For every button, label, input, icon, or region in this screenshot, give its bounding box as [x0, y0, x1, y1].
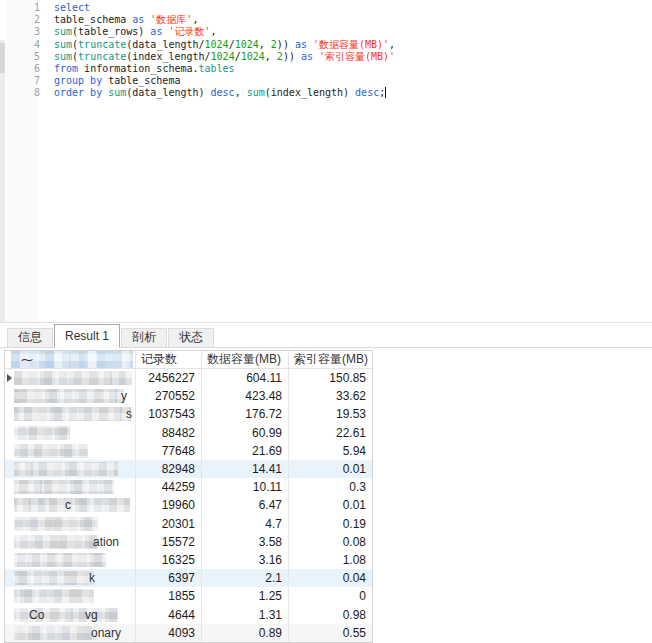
cell-records[interactable]: 1855	[136, 587, 202, 605]
tab-profile[interactable]: 剖析	[121, 328, 167, 347]
cell-index_mb[interactable]: 0	[289, 587, 372, 605]
table-row[interactable]: ation155723.580.08	[5, 533, 372, 551]
censored-fragment: onary	[91, 626, 121, 640]
censored-fragment: c	[65, 498, 71, 512]
code-text: table_schema as '数据库',	[54, 14, 198, 26]
cell-database-name[interactable]: ation	[5, 533, 136, 551]
grid-header-cell-database[interactable]: ⁓	[5, 351, 136, 368]
cell-records[interactable]: 270552	[136, 387, 202, 405]
table-row[interactable]: Covg46441.310.98	[5, 605, 372, 623]
cell-records[interactable]: 15572	[136, 533, 202, 551]
cell-database-name[interactable]	[5, 442, 136, 460]
cell-records[interactable]: 2456227	[136, 369, 202, 387]
table-row[interactable]: s1037543176.7219.53	[5, 405, 372, 423]
table-row[interactable]: 163253.161.08	[5, 551, 372, 569]
cell-database-name[interactable]	[5, 424, 136, 442]
cell-index_mb[interactable]: 0.08	[289, 533, 372, 551]
cell-data_mb[interactable]: 10.11	[202, 478, 289, 496]
cell-records[interactable]: 4644	[136, 605, 202, 623]
cell-database-name[interactable]: y	[5, 387, 136, 405]
grid-header-cell-records[interactable]: 记录数	[136, 351, 202, 368]
tab-status[interactable]: 状态	[168, 328, 214, 347]
censored-text-mosaic	[14, 462, 118, 476]
cell-database-name[interactable]	[5, 515, 136, 533]
cell-data_mb[interactable]: 4.7	[202, 515, 289, 533]
cell-index_mb[interactable]: 0.04	[289, 569, 372, 587]
cell-data_mb[interactable]: 14.41	[202, 460, 289, 478]
cell-data_mb[interactable]: 1.25	[202, 587, 289, 605]
cell-index_mb[interactable]: 1.08	[289, 551, 372, 569]
cell-records[interactable]: 44259	[136, 478, 202, 496]
cell-database-name[interactable]	[5, 587, 136, 605]
cell-database-name[interactable]: s	[5, 405, 136, 423]
cell-data_mb[interactable]: 604.11	[202, 369, 289, 387]
cell-database-name[interactable]: c	[5, 496, 136, 514]
code-text: sum(truncate(index_length/1024/1024, 2))…	[54, 51, 395, 63]
cell-database-name[interactable]	[5, 478, 136, 496]
cell-index_mb[interactable]: 0.55	[289, 624, 372, 642]
cell-index_mb[interactable]: 0.01	[289, 496, 372, 514]
cell-database-name[interactable]	[5, 369, 136, 387]
cell-records[interactable]: 16325	[136, 551, 202, 569]
cell-index_mb[interactable]: 33.62	[289, 387, 372, 405]
code-text: order by sum(data_length) desc, sum(inde…	[54, 87, 386, 99]
censored-fragment: k	[89, 571, 95, 585]
cell-records[interactable]: 4093	[136, 624, 202, 642]
cell-records[interactable]: 1037543	[136, 405, 202, 423]
code-text: group by table_schema	[54, 75, 180, 87]
table-row[interactable]: 2456227604.11150.85	[5, 369, 372, 387]
table-row[interactable]: 203014.70.19	[5, 515, 372, 533]
grid-header-cell-index-mb[interactable]: 索引容量(MB)	[289, 351, 372, 368]
cell-database-name[interactable]	[5, 551, 136, 569]
table-row[interactable]: 7764821.695.94	[5, 442, 372, 460]
cell-index_mb[interactable]: 150.85	[289, 369, 372, 387]
grid-header-cell-data-mb[interactable]: 数据容量(MB)	[202, 351, 289, 368]
cell-records[interactable]: 77648	[136, 442, 202, 460]
cell-database-name[interactable]	[5, 460, 136, 478]
cell-data_mb[interactable]: 60.99	[202, 424, 289, 442]
censored-text-mosaic	[14, 407, 131, 421]
cell-records[interactable]: 6397	[136, 569, 202, 587]
table-row[interactable]: 8848260.9922.61	[5, 424, 372, 442]
table-row[interactable]: c199606.470.01	[5, 496, 372, 514]
code-text: sum(table_rows) as '记录数',	[54, 26, 217, 38]
table-row[interactable]: 8294814.410.01	[5, 460, 372, 478]
cell-index_mb[interactable]: 0.3	[289, 478, 372, 496]
censored-text-mosaic	[14, 444, 88, 458]
cell-database-name[interactable]: onary	[5, 624, 136, 642]
cell-database-name[interactable]: Covg	[5, 605, 136, 623]
table-row[interactable]: y270552423.4833.62	[5, 387, 372, 405]
grid-header: ⁓ 记录数 数据容量(MB) 索引容量(MB)	[5, 351, 372, 369]
table-row[interactable]: 18551.250	[5, 587, 372, 605]
cell-index_mb[interactable]: 19.53	[289, 405, 372, 423]
cell-index_mb[interactable]: 22.61	[289, 424, 372, 442]
cell-data_mb[interactable]: 3.16	[202, 551, 289, 569]
cell-data_mb[interactable]: 6.47	[202, 496, 289, 514]
cell-database-name[interactable]: k	[5, 569, 136, 587]
cell-data_mb[interactable]: 1.31	[202, 605, 289, 623]
cell-index_mb[interactable]: 0.19	[289, 515, 372, 533]
censored-text-mosaic	[14, 389, 124, 403]
cell-data_mb[interactable]: 0.89	[202, 624, 289, 642]
sql-editor[interactable]: 1select2table_schema as '数据库',3sum(table…	[0, 0, 652, 322]
table-row[interactable]: 4425910.110.3	[5, 478, 372, 496]
cell-data_mb[interactable]: 3.58	[202, 533, 289, 551]
cell-index_mb[interactable]: 0.01	[289, 460, 372, 478]
cell-data_mb[interactable]: 21.69	[202, 442, 289, 460]
cell-index_mb[interactable]: 0.98	[289, 605, 372, 623]
cell-data_mb[interactable]: 2.1	[202, 569, 289, 587]
cell-data_mb[interactable]: 176.72	[202, 405, 289, 423]
cell-records[interactable]: 20301	[136, 515, 202, 533]
cell-records[interactable]: 19960	[136, 496, 202, 514]
tab-result-1[interactable]: Result 1	[54, 324, 120, 348]
cell-index_mb[interactable]: 5.94	[289, 442, 372, 460]
cell-data_mb[interactable]: 423.48	[202, 387, 289, 405]
cell-records[interactable]: 82948	[136, 460, 202, 478]
tab-info[interactable]: 信息	[7, 328, 53, 347]
cell-records[interactable]: 88482	[136, 424, 202, 442]
table-row[interactable]: onary40930.890.55	[5, 624, 372, 642]
table-row[interactable]: k63972.10.04	[5, 569, 372, 587]
line-number: 5	[0, 51, 47, 63]
grid-body: 2456227604.11150.85y270552423.4833.62s10…	[5, 369, 372, 642]
censored-text-mosaic	[14, 426, 70, 440]
